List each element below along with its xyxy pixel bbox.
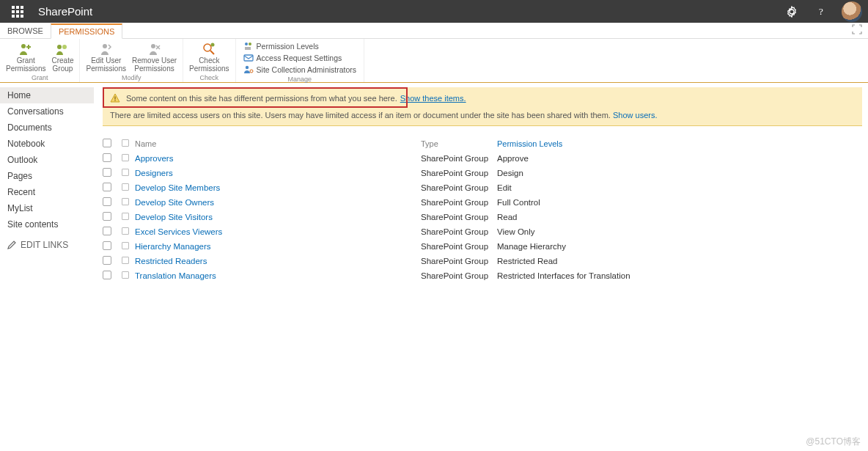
check-label: CheckPermissions	[189, 57, 229, 73]
group-link[interactable]: Designers	[135, 169, 421, 177]
col-name[interactable]: Name	[135, 139, 421, 148]
table-row: Excel Services ViewersSharePoint GroupVi…	[103, 224, 862, 239]
edit-links-button[interactable]: EDIT LINKS	[0, 232, 94, 257]
notification-area: Some content on this site has different …	[103, 87, 862, 126]
row-checkbox[interactable]	[103, 153, 111, 162]
show-items-link[interactable]: Show these items.	[400, 94, 466, 103]
row-type: SharePoint Group	[421, 227, 497, 236]
row-edit-menu[interactable]	[122, 198, 135, 207]
row-checkbox[interactable]	[103, 212, 111, 221]
edit-user-label: Edit UserPermissions	[86, 57, 125, 73]
group-link[interactable]: Hierarchy Managers	[135, 242, 421, 251]
col-type[interactable]: Type	[421, 139, 497, 148]
svg-point-16	[211, 43, 215, 47]
row-edit-menu[interactable]	[122, 183, 135, 192]
row-permission: View Only	[497, 227, 717, 236]
group-link[interactable]: Develop Site Visitors	[135, 213, 421, 221]
fullscreen-icon	[852, 24, 862, 34]
row-edit-menu[interactable]	[122, 271, 135, 280]
site-collection-admins-link[interactable]: Site Collection Administrators	[243, 64, 357, 76]
pencil-icon	[7, 241, 16, 249]
focus-content-button[interactable]	[846, 24, 868, 37]
app-launcher[interactable]	[0, 0, 35, 23]
row-permission: Restricted Interfaces for Translation	[497, 271, 717, 280]
sidebar-item-conversations[interactable]: Conversations	[0, 103, 94, 120]
remove-user-permissions-button[interactable]: Remove UserPermissions	[129, 40, 180, 74]
row-edit-menu[interactable]	[122, 257, 135, 265]
grant-permissions-button[interactable]: GrantPermissions	[3, 40, 48, 74]
create-group-button[interactable]: CreateGroup	[48, 40, 76, 74]
edit-user-permissions-button[interactable]: Edit UserPermissions	[83, 40, 128, 74]
row-checkbox[interactable]	[103, 197, 111, 206]
suite-bar: SharePoint ?	[0, 0, 868, 23]
row-type: SharePoint Group	[421, 242, 497, 251]
row-checkbox[interactable]	[103, 256, 111, 265]
group-link[interactable]: Restricted Readers	[135, 257, 421, 265]
row-permission: Manage Hierarchy	[497, 242, 717, 251]
content: Some content on this site has different …	[94, 83, 868, 451]
access-request-settings-link[interactable]: Access Request Settings	[243, 52, 357, 64]
ribbon-group-manage: Permission Levels Access Request Setting…	[236, 39, 365, 82]
question-icon: ?	[815, 6, 827, 18]
sidebar-item-mylist[interactable]: MyList	[0, 200, 94, 216]
tab-permissions[interactable]: PERMISSIONS	[51, 23, 122, 39]
table-row: Develop Site MembersSharePoint GroupEdit	[103, 180, 862, 195]
sidebar-item-site-contents[interactable]: Site contents	[0, 216, 94, 232]
svg-point-12	[62, 45, 67, 49]
group-link[interactable]: Approvers	[135, 154, 421, 163]
row-permission: Edit	[497, 183, 717, 192]
settings-button[interactable]	[777, 0, 806, 23]
table-row: ApproversSharePoint GroupApprove	[103, 151, 862, 166]
row-type: SharePoint Group	[421, 198, 497, 207]
row-checkbox[interactable]	[103, 227, 111, 235]
permission-levels-link[interactable]: Permission Levels	[243, 40, 357, 52]
svg-point-10	[21, 44, 26, 48]
row-edit-menu[interactable]	[122, 242, 135, 251]
svg-rect-1	[16, 6, 19, 9]
svg-rect-2	[21, 6, 23, 9]
sidebar-item-outlook[interactable]: Outlook	[0, 152, 94, 168]
avatar[interactable]	[842, 1, 862, 22]
svg-point-14	[151, 44, 155, 48]
tab-browse[interactable]: BROWSE	[0, 23, 51, 38]
row-checkbox[interactable]	[103, 168, 111, 177]
table-row: Hierarchy ManagersSharePoint GroupManage…	[103, 239, 862, 254]
row-edit-menu[interactable]	[122, 154, 135, 163]
col-permission-levels[interactable]: Permission Levels	[497, 139, 717, 148]
row-edit-menu[interactable]	[122, 169, 135, 177]
group-link[interactable]: Develop Site Owners	[135, 198, 421, 207]
svg-rect-7	[16, 15, 19, 18]
row-permission: Approve	[497, 154, 717, 163]
row-edit-menu[interactable]	[122, 213, 135, 221]
help-button[interactable]: ?	[806, 0, 836, 23]
show-users-link[interactable]: Show users.	[613, 111, 658, 120]
row-checkbox[interactable]	[103, 183, 111, 191]
ribbon-group-grant: GrantPermissions CreateGroup Grant	[0, 39, 80, 82]
sidebar-item-documents[interactable]: Documents	[0, 120, 94, 136]
select-all-checkbox[interactable]	[103, 139, 111, 147]
row-type: SharePoint Group	[421, 169, 497, 177]
sidebar-item-recent[interactable]: Recent	[0, 184, 94, 200]
edit-column-header	[122, 139, 129, 147]
sidebar-item-notebook[interactable]: Notebook	[0, 136, 94, 152]
row-type: SharePoint Group	[421, 154, 497, 163]
row-checkbox[interactable]	[103, 241, 111, 250]
row-type: SharePoint Group	[421, 271, 497, 280]
grant-label: GrantPermissions	[6, 57, 45, 73]
svg-point-15	[204, 44, 211, 51]
ribbon-group-check: CheckPermissions Check	[183, 39, 235, 82]
check-permissions-button[interactable]: CheckPermissions	[186, 40, 232, 74]
svg-point-18	[249, 43, 251, 45]
highlight-box	[103, 87, 408, 108]
check-icon	[202, 42, 216, 56]
group-icon	[55, 42, 70, 56]
sidebar-item-pages[interactable]: Pages	[0, 168, 94, 184]
row-edit-menu[interactable]	[122, 227, 135, 236]
sidebar-item-home[interactable]: Home	[0, 87, 94, 103]
row-type: SharePoint Group	[421, 213, 497, 221]
svg-rect-6	[12, 15, 15, 18]
group-link[interactable]: Translation Managers	[135, 271, 421, 280]
row-checkbox[interactable]	[103, 271, 111, 279]
group-link[interactable]: Develop Site Members	[135, 183, 421, 192]
group-link[interactable]: Excel Services Viewers	[135, 227, 421, 236]
